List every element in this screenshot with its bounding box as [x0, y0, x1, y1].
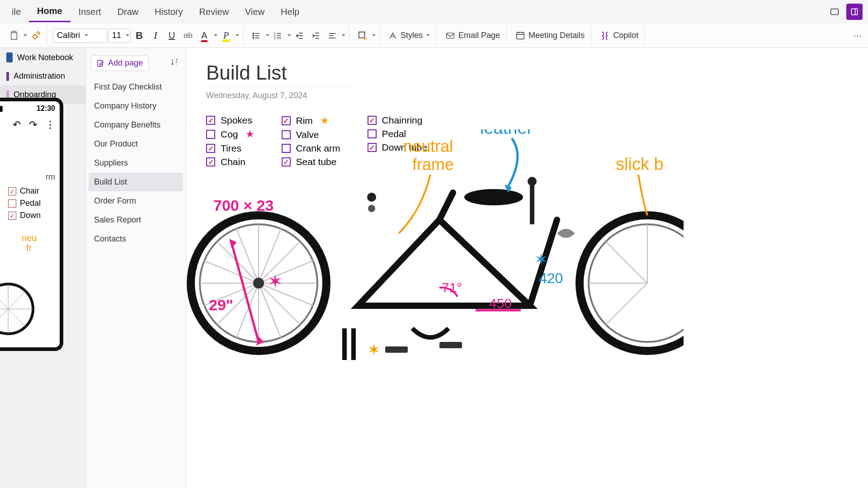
svg-text:✶: ✶ — [268, 271, 283, 291]
note-canvas[interactable]: Build List Wednesday, August 7, 2024 Spo… — [186, 48, 868, 488]
page-item[interactable]: Company Benefits — [89, 116, 183, 134]
add-page-label: Add page — [108, 58, 143, 68]
svg-line-43 — [0, 291, 8, 309]
svg-rect-26 — [447, 33, 454, 38]
svg-point-70 — [464, 189, 523, 205]
page-item[interactable]: Contacts — [89, 230, 183, 248]
ribbon-tabs: ile Home Insert Draw History Review View… — [0, 0, 868, 24]
phone-bike-sketch: neu fr — [0, 227, 62, 345]
font-size-value: 11 — [112, 31, 121, 40]
svg-text:3: 3 — [274, 37, 276, 40]
page-item[interactable]: Suppliers — [89, 154, 183, 172]
svg-text:✶: ✶ — [534, 250, 548, 269]
undo-icon[interactable]: ↶ — [13, 119, 21, 131]
svg-rect-71 — [530, 184, 534, 224]
checkbox-icon[interactable]: ✓ — [8, 212, 16, 220]
tab-history[interactable]: History — [146, 2, 191, 22]
numbered-list-button[interactable]: 123 — [270, 28, 286, 44]
highlight-button[interactable]: P — [218, 28, 234, 44]
paste-button[interactable] — [6, 28, 22, 44]
ink-450: 450 — [489, 296, 512, 311]
ink-leather: leather — [480, 129, 533, 137]
checkbox-icon[interactable]: ✓ — [8, 187, 16, 195]
svg-point-74 — [368, 205, 375, 212]
page-item[interactable]: Build List — [89, 173, 183, 191]
more-icon[interactable]: ⋮ — [45, 119, 55, 131]
meeting-details-label: Meeting Details — [528, 31, 585, 40]
font-color-dropdown[interactable] — [213, 31, 217, 40]
highlight-dropdown[interactable] — [235, 31, 239, 40]
notebook-color-swatch — [6, 52, 13, 62]
tab-home[interactable]: Home — [29, 1, 71, 22]
page-item[interactable]: Our Product — [89, 135, 183, 153]
decrease-indent-button[interactable] — [292, 28, 307, 44]
toolbar-overflow[interactable]: ⋯ — [850, 28, 865, 44]
section-administration[interactable]: Administration — [0, 67, 85, 85]
tab-insert[interactable]: Insert — [71, 2, 109, 22]
tab-help[interactable]: Help — [273, 2, 307, 22]
wifi-icon: ▾◢▮ — [0, 104, 3, 113]
svg-rect-75 — [385, 346, 408, 353]
tab-file[interactable]: ile — [4, 2, 29, 22]
page-item[interactable]: Sales Report — [89, 211, 183, 229]
phone-truncated-text: rm — [0, 172, 55, 182]
font-color-button[interactable]: A — [197, 28, 212, 44]
notebook-header[interactable]: Work Notebook — [0, 48, 85, 67]
svg-text:frame: frame — [412, 155, 454, 174]
ink-420: 420 — [539, 270, 563, 286]
add-page-button[interactable]: Add page — [90, 55, 149, 71]
section-color-bar — [6, 72, 9, 81]
checkbox-icon[interactable] — [8, 199, 16, 208]
numbered-dropdown[interactable] — [287, 31, 291, 40]
font-size-select[interactable]: 11 — [108, 28, 131, 43]
svg-rect-76 — [439, 342, 462, 348]
page-item[interactable]: First Day Checklist — [89, 78, 183, 96]
meeting-details-button[interactable]: Meeting Details — [512, 28, 587, 44]
strikethrough-button[interactable]: ab — [180, 28, 196, 44]
page-item[interactable]: Order Form — [89, 192, 183, 210]
email-page-button[interactable]: Email Page — [442, 28, 503, 44]
font-name-value: Calibri — [57, 31, 80, 40]
svg-rect-25 — [359, 32, 365, 38]
tab-review[interactable]: Review — [191, 2, 237, 22]
tab-view[interactable]: View — [237, 2, 273, 22]
svg-rect-27 — [517, 32, 524, 39]
checkbox[interactable] — [206, 116, 215, 125]
styles-label: Styles — [401, 31, 423, 40]
svg-text:fr: fr — [26, 243, 32, 253]
copilot-button[interactable]: Copilot — [597, 28, 641, 44]
tab-draw[interactable]: Draw — [109, 2, 147, 22]
align-button[interactable] — [325, 28, 340, 44]
italic-button[interactable]: I — [148, 28, 163, 44]
page-title[interactable]: Build List — [206, 62, 848, 84]
phone-mockup: ▾◢▮ 12:30 ↶ ↷ ⋮ rm ✓ Chair Pedal ✓ — [0, 98, 63, 351]
sort-pages-button[interactable] — [168, 55, 181, 71]
svg-rect-3 — [12, 31, 15, 33]
paste-dropdown[interactable] — [23, 31, 27, 40]
feed-icon[interactable] — [846, 4, 863, 20]
bold-button[interactable]: B — [132, 28, 147, 44]
format-painter-button[interactable] — [28, 28, 43, 44]
add-page-icon — [96, 59, 104, 67]
svg-line-37 — [8, 291, 25, 309]
checkbox[interactable] — [368, 116, 377, 125]
tags-button[interactable] — [355, 28, 370, 44]
align-dropdown[interactable] — [341, 31, 345, 40]
bullet-dropdown[interactable] — [265, 31, 269, 40]
page-date: Wednesday, August 7, 2024 — [206, 87, 351, 104]
increase-indent-button[interactable] — [308, 28, 324, 44]
open-in-app-icon[interactable] — [826, 4, 843, 20]
ink-wheel-size: 700 × 23 — [213, 197, 274, 214]
phone-status-bar: ▾◢▮ 12:30 — [0, 101, 60, 115]
font-name-select[interactable]: Calibri — [53, 28, 107, 43]
svg-line-39 — [8, 309, 25, 327]
underline-button[interactable]: U — [164, 28, 179, 44]
notebook-name: Work Notebook — [17, 53, 73, 62]
checkbox[interactable] — [282, 116, 291, 125]
svg-line-41 — [0, 309, 8, 327]
styles-button[interactable]: Styles — [385, 28, 433, 44]
tags-dropdown[interactable] — [371, 31, 376, 40]
redo-icon[interactable]: ↷ — [29, 119, 37, 131]
page-item[interactable]: Company History — [89, 97, 183, 115]
bullet-list-button[interactable] — [249, 28, 264, 44]
